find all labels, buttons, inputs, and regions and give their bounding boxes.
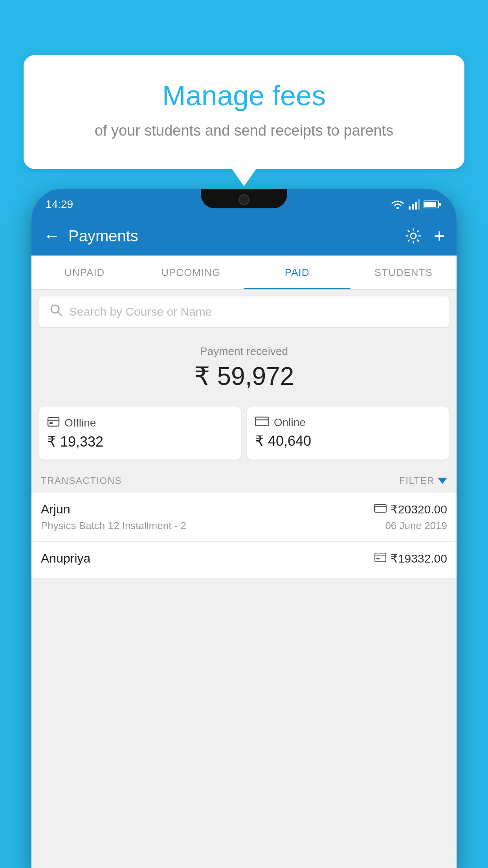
transaction-course-arjun: Physics Batch 12 Installment - 2 <box>41 520 186 532</box>
svg-rect-20 <box>376 558 380 559</box>
svg-rect-3 <box>415 202 417 210</box>
transaction-amount-anupriya: ₹19332.00 <box>391 552 447 565</box>
filter-text: FILTER <box>399 475 435 486</box>
tooltip-subtitle: of your students and send receipts to pa… <box>43 120 445 141</box>
search-placeholder: Search by Course or Name <box>69 305 212 318</box>
svg-rect-11 <box>48 417 59 426</box>
transaction-top-anupriya: Anupriya ₹19332.00 <box>41 551 447 566</box>
status-icons <box>391 199 441 210</box>
transaction-amount-wrap-anupriya: ₹19332.00 <box>374 552 447 565</box>
status-time: 14:29 <box>46 198 73 211</box>
svg-rect-13 <box>50 422 53 424</box>
svg-line-10 <box>58 312 62 316</box>
battery-icon <box>424 200 441 209</box>
transaction-date-arjun: 06 June 2019 <box>385 520 447 532</box>
phone-notch <box>201 189 287 208</box>
offline-label: Offline <box>64 417 96 429</box>
transaction-amount-arjun: ₹20320.00 <box>391 502 447 516</box>
back-button[interactable]: ← <box>43 226 61 246</box>
svg-rect-4 <box>418 199 420 210</box>
svg-rect-14 <box>255 417 269 426</box>
phone-screen: 14:29 <box>31 189 457 868</box>
tooltip-card: Manage fees of your students and send re… <box>24 55 464 169</box>
transaction-bottom-arjun: Physics Batch 12 Installment - 2 06 June… <box>41 520 447 532</box>
online-payment-card: Online ₹ 40,640 <box>247 406 449 460</box>
online-amount: ₹ 40,640 <box>255 433 441 449</box>
payment-received-section: Payment received ₹ 59,972 <box>31 333 457 399</box>
tab-bar: UNPAID UPCOMING PAID STUDENTS <box>31 256 457 290</box>
transaction-name-anupriya: Anupriya <box>41 551 90 566</box>
phone-frame: 14:29 <box>31 189 457 868</box>
transaction-amount-wrap-arjun: ₹20320.00 <box>374 502 447 516</box>
phone-camera <box>238 194 250 205</box>
offline-payment-card: Offline ₹ 19,332 <box>39 406 241 460</box>
app-bar-actions: + <box>405 226 445 245</box>
tab-students[interactable]: STUDENTS <box>350 256 457 289</box>
svg-point-8 <box>411 233 416 239</box>
svg-rect-18 <box>375 553 386 562</box>
search-icon <box>50 303 63 320</box>
transaction-card-icon-arjun <box>374 503 387 516</box>
payment-received-label: Payment received <box>39 345 449 358</box>
svg-rect-6 <box>424 202 436 207</box>
tooltip-title: Manage fees <box>43 79 445 112</box>
transactions-label: TRANSACTIONS <box>41 475 122 486</box>
filter-icon <box>438 478 447 484</box>
transaction-offline-icon-anupriya <box>374 552 387 565</box>
payment-total-amount: ₹ 59,972 <box>39 362 449 391</box>
svg-point-0 <box>396 207 399 209</box>
payment-cards: Offline ₹ 19,332 Online <box>39 406 449 460</box>
tab-unpaid[interactable]: UNPAID <box>31 256 138 289</box>
online-card-header: Online <box>255 416 441 429</box>
add-button[interactable]: + <box>434 226 445 245</box>
wifi-icon <box>391 199 405 210</box>
transaction-row-arjun[interactable]: Arjun ₹20320.00 Physics Batch 12 Install… <box>31 493 457 542</box>
filter-button[interactable]: FILTER <box>399 475 447 486</box>
transaction-row-anupriya[interactable]: Anupriya ₹19332.00 <box>31 542 457 579</box>
transaction-top-arjun: Arjun ₹20320.00 <box>41 502 447 517</box>
transaction-name-arjun: Arjun <box>41 502 70 517</box>
svg-rect-16 <box>374 504 386 512</box>
tab-paid[interactable]: PAID <box>244 256 350 289</box>
svg-rect-2 <box>412 204 414 210</box>
online-label: Online <box>274 416 306 429</box>
settings-icon[interactable] <box>405 227 422 245</box>
offline-amount: ₹ 19,332 <box>47 434 233 450</box>
online-icon <box>255 416 269 429</box>
search-bar[interactable]: Search by Course or Name <box>39 296 449 327</box>
transactions-header: TRANSACTIONS FILTER <box>31 467 457 493</box>
offline-card-header: Offline <box>47 416 233 430</box>
app-bar-title: Payments <box>68 227 405 245</box>
svg-rect-7 <box>439 203 441 206</box>
signal-icon <box>409 199 420 210</box>
app-bar: ← Payments + <box>31 216 457 256</box>
offline-icon <box>47 416 60 430</box>
svg-rect-1 <box>409 206 411 210</box>
tab-upcoming[interactable]: UPCOMING <box>138 256 244 289</box>
screen-content: Search by Course or Name Payment receive… <box>31 290 457 868</box>
